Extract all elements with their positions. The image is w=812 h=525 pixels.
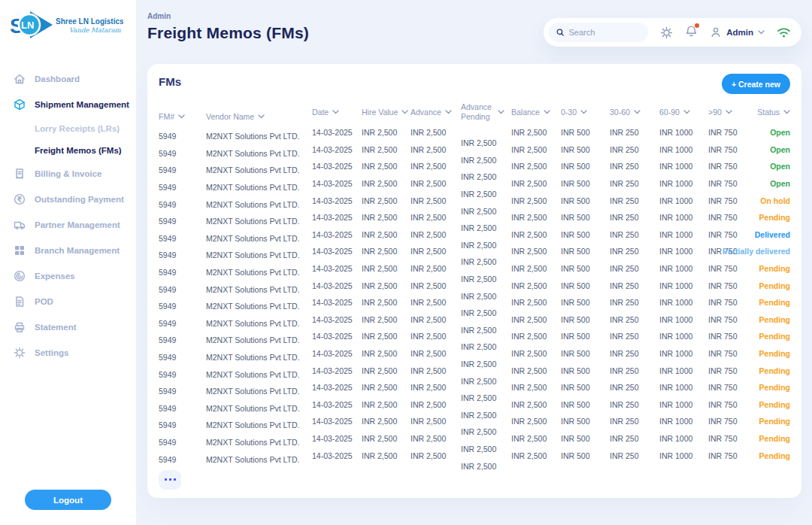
cell-hire: INR 2,500 [362,400,411,409]
cell-advance_pending: INR 2,500 [461,360,511,369]
search-box[interactable] [549,23,648,42]
cell-b30_60: INR 250 [610,162,659,171]
cell-balance: INR 2,500 [511,383,561,392]
column-label: 0-30 [561,108,577,117]
cell-b30_60: INR 250 [610,349,659,358]
sidebar-item-branch-management[interactable]: Branch Management [14,238,136,263]
receipt-icon [14,168,26,180]
cell-date: 14-03-2025 [312,213,362,222]
cell-vendor: M2NXT Solutions Pvt LTD. [206,200,312,209]
cell-advance: INR 2,500 [411,400,461,409]
user-menu[interactable]: Admin [710,26,765,38]
notification-badge [695,23,699,28]
cell-status: Pending [707,315,790,324]
cell-advance: INR 2,500 [411,196,461,205]
cell-fm: 5949 [159,183,206,192]
column-header-vendor[interactable]: Vendor Name [206,112,312,122]
cell-advance: INR 2,500 [411,162,461,171]
cell-advance_pending: INR 2,500 [461,462,511,471]
cell-vendor: M2NXT Solutions Pvt LTD. [206,250,312,259]
sidebar-item-pod[interactable]: POD [14,289,136,314]
cell-b30_60: INR 250 [610,264,659,273]
column-header-advance_pending[interactable]: Advance Pending [461,102,511,121]
cell-vendor: M2NXT Solutions Pvt LTD. [206,268,312,277]
sidebar-item-label: Outstanding Payment [35,195,124,204]
cell-advance: INR 2,500 [411,315,461,324]
cell-b60_90: INR 1000 [659,434,708,443]
cell-b60_90: INR 1000 [659,451,708,460]
cell-b0_30: INR 500 [561,400,610,409]
column-header-fm[interactable]: FM# [159,112,206,122]
sidebar-item-freight-memos[interactable]: Freight Memos (FMs) [14,139,136,161]
cell-hire: INR 2,500 [362,349,411,358]
cell-advance: INR 2,500 [411,213,461,222]
cell-status: Pending [707,417,790,426]
column-header-date[interactable]: Date [312,108,362,117]
cell-b60_90: INR 1000 [659,264,708,273]
cell-date: 14-03-2025 [312,230,362,239]
column-label: Advance Pending [461,102,494,121]
sidebar-item-lorry-receipts[interactable]: Lorry Receipts (LRs) [14,117,136,139]
settings-gear-icon[interactable] [660,26,673,39]
cell-fm: 5949 [159,370,206,379]
expenses-icon [14,270,26,282]
cell-b0_30: INR 500 [561,281,610,290]
notifications-button[interactable] [685,25,698,41]
cell-b60_90: INR 1000 [659,366,708,375]
printer-icon [14,321,26,333]
brand-logo-graphic: S LN Shree LN Logistics Vande Mataram [9,9,123,44]
cell-advance_pending: INR 2,500 [461,275,511,284]
sidebar-item-shipment-management[interactable]: Shipment Management [14,92,136,117]
cell-balance: INR 2,500 [511,179,561,188]
column-header-status[interactable]: Status [707,108,790,117]
more-button[interactable] [159,470,181,490]
panel-title: FMs [159,75,790,88]
cell-b0_30: INR 500 [561,145,610,154]
cell-date: 14-03-2025 [312,145,362,154]
cell-b30_60: INR 250 [610,145,659,154]
cell-advance_pending: INR 2,500 [461,427,511,436]
sidebar-item-billing-invoice[interactable]: Billing & Invoice [14,161,136,187]
column-header-b60_90[interactable]: 60-90 [659,108,708,117]
column-label: 60-90 [659,108,680,117]
sidebar-item-dashboard[interactable]: Dashboard [14,66,136,92]
search-input[interactable] [568,28,641,37]
cell-b0_30: INR 500 [561,332,610,341]
column-label: Status [757,108,780,117]
cell-vendor: M2NXT Solutions Pvt LTD. [206,319,312,328]
cell-date: 14-03-2025 [312,128,362,137]
cell-vendor: M2NXT Solutions Pvt LTD. [206,285,312,294]
column-header-balance[interactable]: Balance [511,108,561,117]
sidebar-item-statement[interactable]: Statement [14,314,136,340]
cell-b30_60: INR 250 [610,366,659,375]
sidebar-item-expenses[interactable]: Expenses [14,263,136,289]
cell-hire: INR 2,500 [362,417,411,426]
cell-fm: 5949 [159,132,206,141]
logout-button[interactable]: Logout [25,490,111,510]
cell-b0_30: INR 500 [561,298,610,307]
create-new-button[interactable]: + Create new [722,74,790,94]
cell-hire: INR 2,500 [362,213,411,222]
cell-b60_90: INR 1000 [659,298,708,307]
cell-b0_30: INR 500 [561,451,610,460]
column-header-b0_30[interactable]: 0-30 [561,108,610,117]
cell-balance: INR 2,500 [511,264,561,273]
cell-vendor: M2NXT Solutions Pvt LTD. [206,404,312,413]
column-header-b30_60[interactable]: 30-60 [610,108,659,117]
cell-date: 14-03-2025 [312,434,362,443]
sidebar-item-settings[interactable]: Settings [14,340,136,366]
sidebar-item-outstanding-payment[interactable]: Outstanding Payment [14,187,136,212]
cell-date: 14-03-2025 [312,264,362,273]
cell-status: On hold [707,196,790,205]
table-body: 5949M2NXT Solutions Pvt LTD.14-03-2025IN… [159,124,790,464]
chevron-down-icon [634,110,641,114]
sidebar-item-partner-management[interactable]: Partner Management [14,212,136,238]
cell-advance: INR 2,500 [411,247,461,256]
cell-advance_pending: INR 2,500 [461,138,511,147]
cell-status: Pending [707,451,790,460]
cell-b60_90: INR 1000 [659,332,708,341]
cell-fm: 5949 [159,438,206,447]
cell-advance: INR 2,500 [411,332,461,341]
column-header-hire[interactable]: Hire Value [362,108,411,117]
column-header-advance[interactable]: Advance [411,108,461,117]
